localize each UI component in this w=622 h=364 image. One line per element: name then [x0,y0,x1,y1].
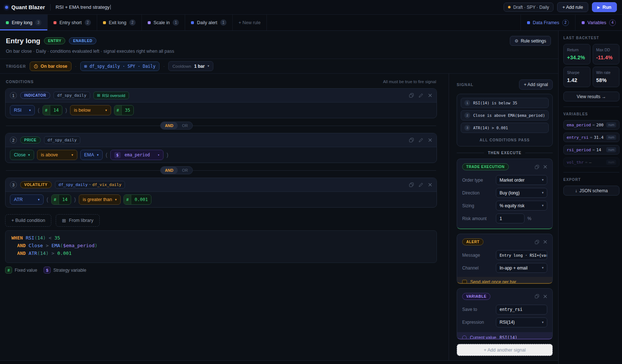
condition-dataframe-chip[interactable]: df_spy_daily [44,136,80,144]
close-icon[interactable] [428,138,432,142]
threshold-value-input[interactable]: # 35 [114,105,134,115]
tab-count-badge: 3 [35,19,41,26]
chevron-down-icon: ▾ [542,178,544,182]
period-value-input[interactable]: # 14 [43,105,62,115]
close-icon[interactable] [428,183,432,187]
direction-select[interactable]: Buy (long) ▾ [496,188,547,198]
operator-select[interactable]: is below ▾ [70,105,111,115]
tab-daily-alert[interactable]: Daily alert 1 [185,15,233,30]
signal-condition-item[interactable]: 2 Close is above EMA($ema_period) [461,110,549,120]
then-execute-divider: THEN EXECUTE [457,151,553,155]
cooldown-select[interactable]: Cooldown 1 bar ▾ [168,61,213,71]
order-type-select[interactable]: Market order ▾ [496,175,547,185]
build-condition-button[interactable]: + Build condition [5,214,51,227]
variable-row-vol-thr[interactable]: vol_thr = — num [563,157,619,167]
duplicate-icon[interactable] [535,165,539,169]
add-signal-button[interactable]: + Add signal [519,79,553,90]
trigger-dataframe-pill[interactable]: ⊞ df_spy_daily · SPY · Daily [80,62,159,71]
close-icon[interactable] [543,240,547,244]
and-option[interactable]: AND [161,122,178,129]
edit-icon[interactable] [419,93,423,98]
period-value-input[interactable]: # 14 [51,194,71,205]
variable-select[interactable]: $ ema_period ▾ [110,150,164,160]
duplicate-icon[interactable] [409,93,414,98]
new-rule-tab[interactable]: + New rule [233,15,267,30]
condition-dataframe-chip[interactable]: df_spy_daily~df_vix_daily [55,181,125,189]
duplicate-icon[interactable] [535,294,539,298]
json-schema-button[interactable]: ↓ JSON schema [563,186,619,196]
save-to-value: entry_rsi [500,307,522,312]
and-option[interactable]: AND [161,167,178,174]
signal-condition-item[interactable]: 3 ATR(14) > 0.001 [461,123,549,133]
price-field-value: Close [14,152,26,157]
signal-condition-list: 1 RSI(14) is below 35 2 Close is above E… [457,94,553,146]
rule-tab-bar: Entry long 3 Entry short 2 Exit long 2 S… [0,15,622,31]
close-icon[interactable] [428,93,432,97]
condition-dataframe-chip[interactable]: df_spy_daily [54,92,90,99]
channel-value: In-app + email [500,265,527,271]
variable-row-ema-period[interactable]: ema_period = 200 num [563,120,619,130]
direction-value: Buy (long) [500,190,520,196]
open-paren: ( [47,197,48,203]
indicator-select[interactable]: ATR ▾ [10,194,44,205]
channel-select[interactable]: In-app + email ▾ [496,263,547,273]
close-icon[interactable] [543,294,547,298]
variable-row-entry-rsi[interactable]: entry_rsi = 31.4 num [563,133,619,142]
sizing-label: Sizing [462,203,493,208]
signal-label: SIGNAL [457,82,474,87]
tab-entry-short[interactable]: Entry short 2 [48,15,97,30]
tab-exit-long[interactable]: Exit long 2 [97,15,142,30]
threshold-value-input[interactable]: # 0.001 [124,194,151,205]
price-field-select[interactable]: Close ▾ [10,150,34,160]
json-schema-label: JSON schema [579,188,608,193]
link-tilde-icon: ~ [88,182,92,187]
condition-preset-chip[interactable]: ⊞ RSI oversold [93,92,129,99]
sizing-select[interactable]: % equity risk ▾ [496,201,547,211]
tab-entry-long[interactable]: Entry long 3 [0,15,48,30]
add-another-signal-button[interactable]: + Add another signal [457,344,553,356]
or-option[interactable]: OR [178,122,192,129]
variables-tab[interactable]: Variables 4 [575,15,622,30]
risk-amount-input[interactable]: 1 [496,213,525,223]
strategy-status-pill[interactable]: Draft · SPY · Daily [504,3,553,12]
divider [50,4,51,11]
view-results-button[interactable]: View results → [563,92,619,101]
variable-row-rsi-period[interactable]: rsi_period = 14 num [563,145,619,155]
conditions-column: CONDITIONS All must be true to fire sign… [0,74,449,360]
condition-type-badge: INDICATOR [20,92,50,99]
checkbox-icon[interactable] [462,280,467,284]
expression-select[interactable]: RSI(14) ▾ [496,317,547,327]
signal-condition-item[interactable]: 1 RSI(14) is below 35 [461,98,549,108]
rule-settings-button[interactable]: ⚙ Rule settings [510,36,551,46]
message-input[interactable]: Entry long · RSI={var. [496,250,547,260]
and-or-toggle[interactable]: AND OR [160,166,193,174]
variable-name: entry_rsi [567,135,589,140]
and-or-toggle[interactable]: AND OR [160,122,193,130]
trigger-on-bar-close-pill[interactable]: On bar close [30,62,71,71]
operator-select[interactable]: is greater than ▾ [79,194,121,205]
variable-value: 31.4 [594,135,604,140]
run-button[interactable]: ▶ Run [592,2,617,12]
duplicate-icon[interactable] [409,138,414,142]
close-icon[interactable] [543,165,547,169]
edit-icon[interactable] [419,182,423,187]
fixed-value-icon: # [114,105,122,115]
signal-item-text: ATR(14) > 0.001 [473,126,508,130]
indicator-select[interactable]: RSI ▾ [10,105,35,115]
operator-select[interactable]: is above ▾ [37,150,77,160]
divider [563,172,619,172]
add-rule-button[interactable]: + Add rule [557,2,588,12]
duplicate-icon[interactable] [535,240,539,244]
strategy-title-input[interactable]: RSI + EMA trend strategy [56,4,111,10]
save-to-input[interactable]: entry_rsi [496,305,547,315]
alert-option-row-clipped[interactable]: Send alert once per bar [457,277,552,284]
duplicate-icon[interactable] [409,182,414,187]
or-option[interactable]: OR [178,167,192,174]
variable-name: ema_period [567,123,591,127]
data-frames-tab[interactable]: Data Frames 2 [520,15,575,30]
edit-icon[interactable] [419,138,423,142]
tab-scale-in[interactable]: Scale in 1 [142,15,185,30]
chevron-down-icon: ▾ [29,109,31,112]
from-library-button[interactable]: ⊞ From library [56,214,100,227]
indicator-select[interactable]: EMA ▾ [80,150,103,160]
